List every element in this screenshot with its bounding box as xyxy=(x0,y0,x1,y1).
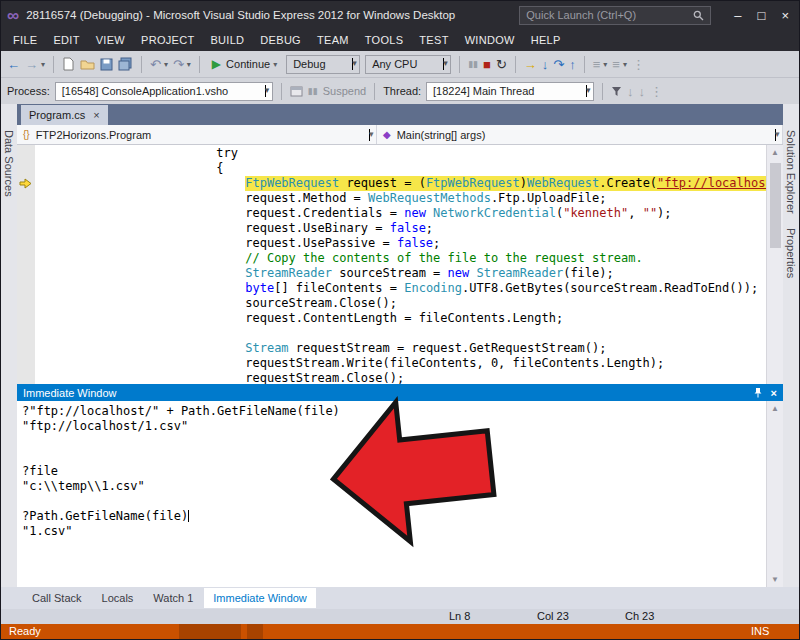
toolbar-options-icon[interactable]: ⋮ xyxy=(650,85,663,98)
step-out-icon[interactable]: ↑ xyxy=(569,58,576,71)
breakpoint-margin-row[interactable] xyxy=(17,191,35,206)
break-all-icon[interactable]: ▮▮ xyxy=(468,60,478,69)
bottom-tab-watch-1[interactable]: Watch 1 xyxy=(144,588,202,608)
save-all-icon[interactable] xyxy=(118,57,133,71)
menu-test[interactable]: TEST xyxy=(411,30,456,50)
menu-file[interactable]: FILE xyxy=(5,30,45,50)
breakpoint-margin-row[interactable] xyxy=(17,146,35,161)
suspend-icon[interactable]: ▮▮ xyxy=(308,87,318,96)
step-over-icon[interactable]: ↷ xyxy=(553,58,564,71)
menu-project[interactable]: PROJECT xyxy=(133,30,202,50)
show-next-statement-icon[interactable]: → xyxy=(524,58,537,71)
breakpoint-margin-row[interactable] xyxy=(17,356,35,371)
chevron-down-icon[interactable]: ▾ xyxy=(623,60,627,69)
solution-configuration-combo[interactable]: Debug ▾ xyxy=(286,55,360,74)
tab-program-cs[interactable]: Program.cs × xyxy=(21,105,108,125)
close-panel-icon[interactable]: × xyxy=(771,387,777,399)
step-into-icon[interactable]: ↓ xyxy=(542,58,549,71)
tool-tab-data-sources[interactable]: Data Sources xyxy=(3,130,15,197)
breakpoint-margin-row[interactable] xyxy=(17,371,35,386)
scroll-up-icon[interactable]: ▲ xyxy=(771,401,779,416)
thread-combo[interactable]: [18224] Main Thread ▾ xyxy=(426,82,594,101)
bottom-tab-immediate-window[interactable]: Immediate Window xyxy=(204,588,316,608)
flag-threads-icon[interactable]: ↓ xyxy=(627,85,634,98)
show-current-thread-icon[interactable]: ↓ xyxy=(639,85,646,98)
process-combo[interactable]: [16548] ConsoleApplication1.vsho ▾ xyxy=(55,82,273,101)
left-rail: Data Sources xyxy=(1,104,17,587)
menu-window[interactable]: WINDOW xyxy=(457,30,523,50)
pin-icon[interactable] xyxy=(753,387,763,398)
breakpoint-margin-row[interactable] xyxy=(17,281,35,296)
code-editor[interactable]: try { FtpWebRequest request = (FtpWebReq… xyxy=(17,145,783,384)
breakpoint-margin-row[interactable] xyxy=(17,266,35,281)
member-dropdown[interactable]: ◆ Main(string[] args) ▾ xyxy=(377,125,783,144)
immediate-body[interactable]: ?"ftp://localhost/" + Path.GetFileName(f… xyxy=(17,401,783,587)
code-line: StreamReader sourceStream = new StreamRe… xyxy=(43,266,766,281)
breakpoint-margin-row[interactable] xyxy=(17,221,35,236)
menu-edit[interactable]: EDIT xyxy=(45,30,87,50)
editor-gutter[interactable] xyxy=(17,145,35,384)
code-area[interactable]: try { FtpWebRequest request = (FtpWebReq… xyxy=(35,145,766,384)
solution-platform-combo[interactable]: Any CPU ▾ xyxy=(365,55,451,74)
navigate-forward-icon[interactable]: → xyxy=(25,58,38,71)
restart-icon[interactable]: ↻ xyxy=(496,58,507,71)
output-window-icon[interactable]: ≡ xyxy=(593,58,601,71)
menu-tools[interactable]: TOOLS xyxy=(357,30,412,50)
toolbar-options-icon[interactable]: ⋮ xyxy=(632,58,645,71)
editor-scrollbar[interactable]: ▲ xyxy=(766,145,783,384)
menu-view[interactable]: VIEW xyxy=(88,30,133,50)
breakpoint-margin-row[interactable] xyxy=(17,311,35,326)
breakpoint-margin-row[interactable] xyxy=(17,341,35,356)
menu-build[interactable]: BUILD xyxy=(202,30,252,50)
breakpoint-margin-row[interactable] xyxy=(17,161,35,176)
menu-debug[interactable]: DEBUG xyxy=(252,30,309,50)
right-rail: Solution ExplorerProperties xyxy=(783,104,799,587)
new-file-icon[interactable] xyxy=(62,57,75,71)
find-in-files-icon[interactable]: ≡ xyxy=(612,58,620,71)
maximize-button[interactable]: □ xyxy=(758,9,766,22)
minimize-button[interactable]: – xyxy=(734,9,741,22)
menu-help[interactable]: HELP xyxy=(523,30,569,50)
breakpoint-margin-row[interactable] xyxy=(17,296,35,311)
undo-icon[interactable]: ↶ xyxy=(150,58,161,71)
chevron-down-icon[interactable]: ▾ xyxy=(164,60,168,69)
current-statement-arrow xyxy=(19,178,32,189)
debug-location-toolbar: Process: [16548] ConsoleApplication1.vsh… xyxy=(1,78,799,104)
quick-launch-input[interactable]: Quick Launch (Ctrl+Q) xyxy=(519,6,711,25)
close-button[interactable]: × xyxy=(781,9,789,22)
filter-icon[interactable] xyxy=(611,86,622,97)
title-bar[interactable]: ∞ 28116574 (Debugging) - Microsoft Visua… xyxy=(1,1,799,29)
breakpoint-margin-row[interactable] xyxy=(17,251,35,266)
immediate-scrollbar[interactable]: ▲ ▼ xyxy=(766,401,783,587)
breakpoint-margin-row[interactable] xyxy=(17,326,35,341)
type-dropdown[interactable]: {} FTP2Horizons.Program ▾ xyxy=(17,125,377,144)
continue-button[interactable]: ▶ Continue ▾ xyxy=(208,54,281,75)
navigate-back-icon[interactable]: ← xyxy=(7,58,20,71)
immediate-line: "c:\\temp\\1.csv" xyxy=(22,479,766,494)
process-lifecycle-icon[interactable] xyxy=(290,85,303,98)
tool-tab-solution-explorer[interactable]: Solution Explorer xyxy=(785,130,797,214)
immediate-title-bar[interactable]: Immediate Window × xyxy=(17,384,783,401)
close-tab-icon[interactable]: × xyxy=(93,109,99,121)
open-file-icon[interactable] xyxy=(80,58,95,70)
chevron-down-icon[interactable]: ▾ xyxy=(603,60,607,69)
immediate-line: ?file xyxy=(22,464,766,479)
insert-mode-indicator: INS xyxy=(751,625,769,637)
breakpoint-margin-row[interactable] xyxy=(17,206,35,221)
bottom-tab-locals[interactable]: Locals xyxy=(93,588,143,608)
breakpoint-margin-row[interactable] xyxy=(17,176,35,191)
chevron-down-icon[interactable]: ▾ xyxy=(41,60,45,69)
chevron-down-icon[interactable]: ▾ xyxy=(187,60,191,69)
column-indicator: Col 23 xyxy=(537,610,569,622)
stop-debugging-icon[interactable]: ■ xyxy=(483,58,491,71)
scroll-down-icon[interactable]: ▼ xyxy=(771,572,779,587)
bottom-tab-call-stack[interactable]: Call Stack xyxy=(23,588,91,608)
menu-team[interactable]: TEAM xyxy=(309,30,357,50)
scrollbar-thumb[interactable] xyxy=(770,163,781,248)
suspend-label[interactable]: Suspend xyxy=(323,85,366,97)
tool-tab-properties[interactable]: Properties xyxy=(785,228,797,278)
redo-icon[interactable]: ↷ xyxy=(173,58,184,71)
save-icon[interactable] xyxy=(100,58,113,71)
breakpoint-margin-row[interactable] xyxy=(17,236,35,251)
scroll-up-icon[interactable]: ▲ xyxy=(771,145,779,160)
